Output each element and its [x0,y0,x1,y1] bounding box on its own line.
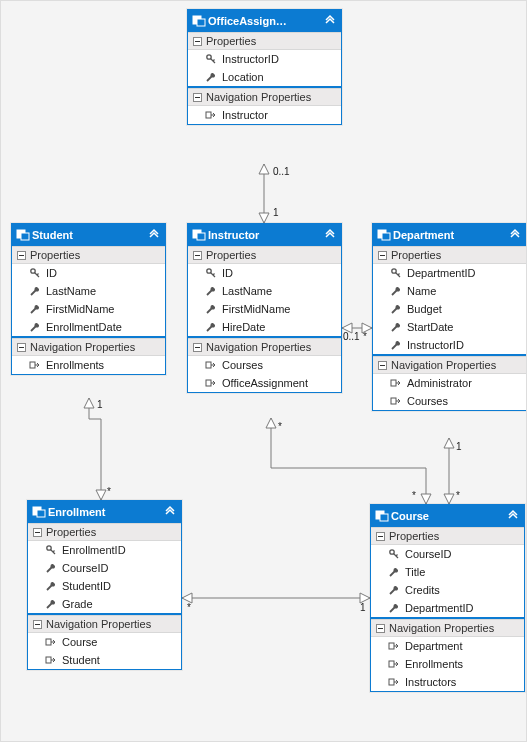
property-row[interactable]: EnrollmentDate [12,318,165,336]
minus-icon[interactable] [193,343,202,352]
wrench-icon [387,602,401,614]
property-row[interactable]: EnrollmentID [28,541,181,559]
collapse-icon[interactable] [147,228,161,242]
property-row[interactable]: LastName [12,282,165,300]
navprop-row[interactable]: Course [28,633,181,651]
minus-icon[interactable] [378,251,387,260]
entity-header[interactable]: Course [371,505,524,527]
entity-department[interactable]: DepartmentPropertiesDepartmentIDNameBudg… [372,223,527,411]
property-row[interactable]: HireDate [188,318,341,336]
property-label: CourseID [58,562,108,574]
svg-line-34 [37,274,39,276]
entity-header[interactable]: OfficeAssign… [188,10,341,32]
minus-icon[interactable] [193,93,202,102]
key-icon [387,548,401,560]
section-properties[interactable]: Properties [373,246,526,264]
entity-title: Instructor [206,229,323,241]
navprop-label: Enrollments [401,658,463,670]
entity-header[interactable]: Instructor [188,224,341,246]
navprop-row[interactable]: Enrollments [12,356,165,374]
section-properties[interactable]: Properties [371,527,524,545]
navprop-row[interactable]: Courses [188,356,341,374]
minus-icon[interactable] [376,532,385,541]
navprop-row[interactable]: Student [28,651,181,669]
nav-icon [389,395,403,407]
svg-line-81 [53,551,55,553]
minus-icon[interactable] [378,361,387,370]
svg-line-67 [392,326,397,331]
collapse-icon[interactable] [323,14,337,28]
property-row[interactable]: LastName [188,282,341,300]
entity-enrollment[interactable]: EnrollmentPropertiesEnrollmentIDCourseID… [27,500,182,670]
property-row[interactable]: ID [12,264,165,282]
property-row[interactable]: InstructorID [188,50,341,68]
section-properties[interactable]: Properties [12,246,165,264]
navprop-row[interactable]: Instructor [188,106,341,124]
property-row[interactable]: Title [371,563,524,581]
property-row[interactable]: Grade [28,595,181,613]
minus-icon[interactable] [33,528,42,537]
property-row[interactable]: StudentID [28,577,181,595]
property-row[interactable]: Budget [373,300,526,318]
property-row[interactable]: CourseID [371,545,524,563]
property-row[interactable]: StartDate [373,318,526,336]
key-icon [389,267,403,279]
entity-header[interactable]: Enrollment [28,501,181,523]
collapse-icon[interactable] [163,505,177,519]
section-label: Properties [385,530,439,542]
svg-rect-40 [30,362,35,368]
entity-instructor[interactable]: InstructorPropertiesIDLastNameFirstMidNa… [187,223,342,393]
collapse-icon[interactable] [508,228,522,242]
navprop-row[interactable]: OfficeAssignment [188,374,341,392]
entity-header[interactable]: Department [373,224,526,246]
section-navprops[interactable]: Navigation Properties [28,615,181,633]
minus-icon[interactable] [17,343,26,352]
section-navprops[interactable]: Navigation Properties [188,338,341,356]
cardinality-label: * [412,490,416,501]
navprop-row[interactable]: Instructors [371,673,524,691]
property-row[interactable]: FirstMidName [188,300,341,318]
section-navprops[interactable]: Navigation Properties [371,619,524,637]
property-row[interactable]: ID [188,264,341,282]
entity-officeassignment[interactable]: OfficeAssign…PropertiesInstructorIDLocat… [187,9,342,125]
collapse-icon[interactable] [323,228,337,242]
section-properties[interactable]: Properties [28,523,181,541]
navprop-label: OfficeAssignment [218,377,308,389]
section-properties[interactable]: Properties [188,246,341,264]
navprop-row[interactable]: Courses [373,392,526,410]
navprop-row[interactable]: Department [371,637,524,655]
collapse-icon[interactable] [506,509,520,523]
property-row[interactable]: Location [188,68,341,86]
property-row[interactable]: DepartmentID [373,264,526,282]
section-navprops[interactable]: Navigation Properties [188,88,341,106]
property-row[interactable]: Name [373,282,526,300]
property-row[interactable]: DepartmentID [371,599,524,617]
section-label: Navigation Properties [42,618,151,630]
svg-marker-11 [444,438,454,448]
minus-icon[interactable] [376,624,385,633]
minus-icon[interactable] [17,251,26,260]
wrench-icon [28,285,42,297]
svg-line-66 [392,308,397,313]
section-navprops[interactable]: Navigation Properties [373,356,526,374]
minus-icon[interactable] [193,251,202,260]
property-row[interactable]: CourseID [28,559,181,577]
navprop-row[interactable]: Enrollments [371,655,524,673]
minus-icon[interactable] [33,620,42,629]
minus-icon[interactable] [193,37,202,46]
navprop-label: Courses [218,359,263,371]
property-row[interactable]: InstructorID [373,336,526,354]
entity-header[interactable]: Student [12,224,165,246]
entity-course[interactable]: CoursePropertiesCourseIDTitleCreditsDepa… [370,504,525,692]
section-properties[interactable]: Properties [188,32,341,50]
entity-student[interactable]: StudentPropertiesIDLastNameFirstMidNameE… [11,223,166,375]
property-row[interactable]: FirstMidName [12,300,165,318]
property-row[interactable]: Credits [371,581,524,599]
section-navprops[interactable]: Navigation Properties [12,338,165,356]
svg-line-23 [207,76,212,81]
svg-rect-73 [391,398,396,404]
section-label: Navigation Properties [202,91,311,103]
nav-icon [44,654,58,666]
entity-icon [192,228,206,242]
navprop-row[interactable]: Administrator [373,374,526,392]
